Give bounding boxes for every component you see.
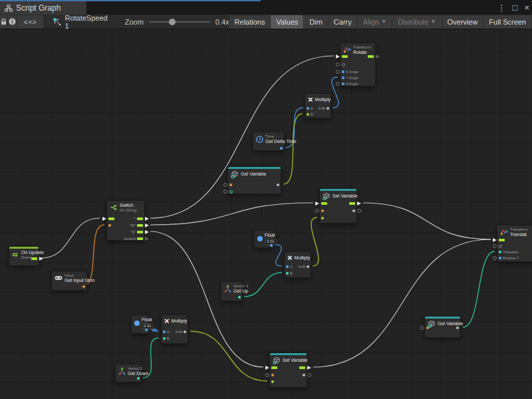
port-exec[interactable] bbox=[271, 365, 277, 370]
port-dot[interactable] bbox=[352, 208, 355, 213]
port-dot[interactable] bbox=[456, 325, 459, 331]
toolbar-button-carry[interactable]: Carry bbox=[329, 15, 357, 29]
port-w[interactable]: "W" bbox=[130, 223, 143, 228]
port-exec[interactable] bbox=[499, 237, 505, 243]
port-symbol bbox=[303, 374, 305, 376]
port-ring-teal[interactable] bbox=[229, 189, 233, 194]
toolbar-button-overview[interactable]: Overview bbox=[442, 15, 483, 29]
port-ab[interactable]: A×B bbox=[175, 329, 186, 334]
connector-ring-icon bbox=[336, 70, 340, 74]
port-dot[interactable] bbox=[321, 215, 324, 221]
port-dot[interactable] bbox=[137, 376, 140, 381]
toolbar-button-full-screen[interactable]: Full Screen bbox=[483, 15, 531, 29]
port-b[interactable]: B bbox=[286, 271, 293, 276]
node-get-variable-br[interactable]: Get Variable bbox=[424, 316, 461, 338]
node-multiply-middle[interactable]: ×MultiplyAA×BB bbox=[284, 251, 311, 278]
port-zangle[interactable]: Z Angle bbox=[342, 81, 358, 86]
info-button[interactable]: i bbox=[8, 15, 15, 29]
node-float-middle[interactable]: Float0.01 bbox=[254, 230, 275, 248]
gamepad-icon bbox=[55, 275, 63, 281]
node-get-delta-time[interactable]: TimeGet Delta Time bbox=[253, 132, 285, 151]
port-ab[interactable]: A×B bbox=[298, 264, 309, 269]
node-rotate[interactable]: TransformRotateX AngleY AngleZ Angle bbox=[340, 43, 376, 86]
toolbar-button-align[interactable]: Align▼ bbox=[358, 15, 392, 29]
toolbar-button-distribute[interactable]: Distribute▼ bbox=[392, 15, 441, 29]
port-dot[interactable] bbox=[238, 295, 241, 300]
node-get-variable-top[interactable]: Get Variable bbox=[227, 166, 281, 194]
port-exec[interactable] bbox=[342, 54, 348, 59]
zoom-slider[interactable] bbox=[149, 21, 210, 23]
flow-arrow-icon bbox=[102, 217, 106, 221]
port-a[interactable]: A bbox=[163, 329, 170, 334]
graph-canvas[interactable] bbox=[0, 29, 532, 399]
port-dot[interactable] bbox=[277, 182, 279, 188]
port-b[interactable]: B bbox=[163, 336, 170, 341]
lock-button[interactable] bbox=[0, 15, 7, 29]
tab-script-graph[interactable]: Script Graph bbox=[0, 1, 86, 15]
port-label: A×B bbox=[175, 330, 182, 334]
port-a[interactable]: A bbox=[286, 264, 293, 269]
port-dot[interactable] bbox=[82, 284, 85, 289]
zoom-control: Zoom 0.4x bbox=[125, 18, 229, 26]
port-dot[interactable] bbox=[229, 182, 232, 188]
node-on-update[interactable]: On UpdateEvent bbox=[9, 246, 39, 266]
port-exec[interactable] bbox=[368, 54, 374, 59]
port-dot[interactable] bbox=[270, 243, 273, 248]
node-set-variable-top[interactable]: Set Variable bbox=[319, 188, 357, 223]
port-default[interactable]: Default bbox=[124, 236, 143, 241]
port-exec[interactable] bbox=[321, 201, 327, 206]
port-dot[interactable] bbox=[271, 372, 274, 378]
node-get-down[interactable]: Vector 3Get Down bbox=[115, 364, 142, 382]
port-exec[interactable] bbox=[108, 216, 114, 221]
maximize-icon[interactable]: □ bbox=[513, 3, 518, 13]
graph-breadcrumb[interactable]: RotateSpeed 1 bbox=[53, 14, 107, 30]
window-menu-icon[interactable]: ⋮ bbox=[497, 3, 506, 13]
node-switch-on-string[interactable]: SwitchOn String"""W""S"Default bbox=[106, 200, 145, 241]
toolbar-button-relations[interactable]: Relations bbox=[229, 15, 271, 29]
port-symbol bbox=[456, 327, 459, 329]
port-relativet[interactable]: Relative T bbox=[499, 255, 519, 261]
node-multiply-bottom[interactable]: ×MultiplyAA×BB bbox=[161, 315, 188, 344]
port-ring[interactable] bbox=[342, 62, 345, 67]
port-label: B bbox=[290, 271, 293, 275]
port-dot[interactable] bbox=[321, 208, 324, 213]
port-case[interactable]: "" bbox=[133, 216, 143, 221]
node-float-bottom[interactable]: Float0.01 bbox=[131, 315, 150, 334]
toolbar-button-values[interactable]: Values bbox=[271, 15, 303, 29]
port-exec[interactable] bbox=[31, 256, 37, 261]
port-dot[interactable] bbox=[271, 379, 274, 384]
port-dot[interactable] bbox=[145, 327, 148, 332]
script-graph-icon bbox=[5, 5, 13, 12]
port-yangle[interactable]: Y Angle bbox=[342, 75, 358, 80]
node-translate[interactable]: TransformTranslatTranslatioRelative T bbox=[497, 225, 532, 262]
close-icon[interactable]: × bbox=[524, 3, 529, 13]
zoom-label: Zoom bbox=[125, 18, 144, 26]
node-get-input-string[interactable]: InputGet Input Strin bbox=[51, 271, 87, 291]
zoom-slider-knob[interactable] bbox=[169, 19, 176, 25]
port-exec[interactable] bbox=[349, 201, 355, 206]
node-get-up[interactable]: Vector 3Get Up bbox=[221, 281, 243, 301]
port-xangle[interactable]: X Angle bbox=[342, 69, 358, 74]
port-b[interactable]: B bbox=[307, 112, 313, 117]
port-symbol bbox=[286, 265, 289, 268]
port-label: A×B bbox=[318, 106, 325, 110]
port-s[interactable]: "S" bbox=[130, 229, 143, 235]
flow-arrow-icon bbox=[39, 257, 43, 261]
port-dot[interactable] bbox=[303, 372, 305, 378]
port-dot[interactable] bbox=[108, 223, 111, 228]
port-translatio[interactable]: Translatio bbox=[499, 249, 519, 255]
node-multiply-top[interactable]: ×MultiplyAA×BB bbox=[305, 93, 331, 118]
port-a[interactable]: A bbox=[307, 106, 313, 111]
toolbar-button-dim[interactable]: Dim bbox=[304, 15, 328, 29]
port-symbol bbox=[342, 55, 348, 58]
port-exec[interactable] bbox=[299, 365, 305, 370]
node-category: Transform bbox=[510, 227, 528, 232]
port-ring[interactable] bbox=[499, 243, 502, 249]
connector-ring-icon bbox=[223, 183, 227, 187]
node-set-variable-bottom[interactable]: Set Variable bbox=[269, 352, 307, 388]
port-dot[interactable] bbox=[280, 146, 283, 151]
port-ab[interactable]: A×B bbox=[318, 106, 329, 111]
port-label: Default bbox=[124, 237, 136, 241]
empty-selection-button[interactable]: <×> bbox=[17, 15, 44, 29]
port-dot[interactable] bbox=[426, 325, 429, 331]
